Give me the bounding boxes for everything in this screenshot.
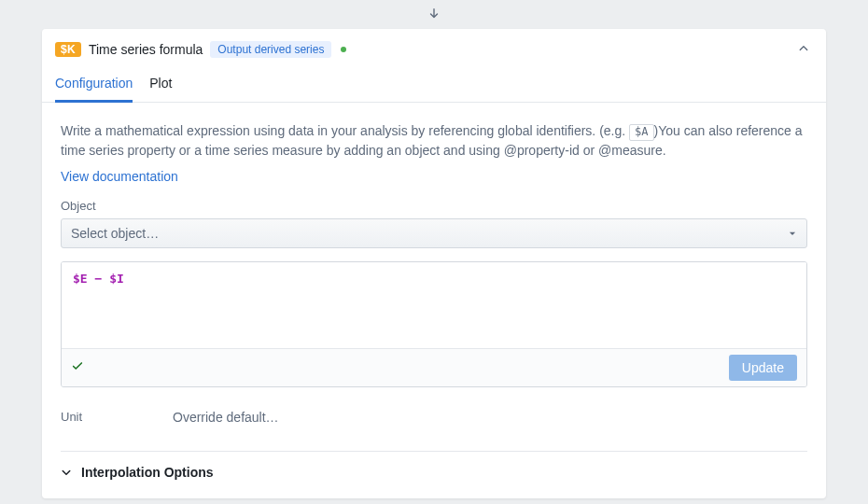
description-text: Write a mathematical expression using da…	[61, 121, 807, 160]
object-select[interactable]: Select object…	[61, 218, 807, 248]
status-dot-icon	[341, 47, 346, 52]
interpolation-options-toggle[interactable]: Interpolation Options	[42, 452, 826, 498]
derived-series-pill: Output derived series	[210, 41, 331, 58]
unit-label: Unit	[61, 410, 98, 424]
series-id-badge: $K	[55, 42, 81, 57]
caret-down-icon	[788, 226, 797, 241]
chevron-down-icon	[61, 467, 72, 478]
configuration-panel: Write a mathematical expression using da…	[42, 103, 826, 452]
tab-bar: Configuration Plot	[42, 66, 826, 103]
object-select-placeholder: Select object…	[71, 226, 159, 241]
object-field-label: Object	[61, 199, 807, 213]
check-icon	[71, 359, 84, 375]
unit-row: Unit Override default…	[61, 410, 807, 425]
card-header: $K Time series formula Output derived se…	[42, 29, 826, 66]
pill-label: Output derived series	[217, 43, 324, 56]
formula-card: $K Time series formula Output derived se…	[42, 29, 826, 498]
card-title: Time series formula	[89, 42, 203, 57]
formula-footer: Update	[62, 348, 806, 386]
arrow-down-icon	[427, 7, 441, 21]
update-button[interactable]: Update	[729, 355, 797, 381]
example-code-chip: $A	[629, 124, 653, 141]
tab-configuration[interactable]: Configuration	[55, 66, 133, 103]
formula-token-op: −	[94, 272, 102, 286]
tab-plot[interactable]: Plot	[149, 66, 172, 103]
description-part1: Write a mathematical expression using da…	[61, 123, 629, 138]
chevron-up-icon	[798, 43, 809, 54]
insert-above-arrow[interactable]	[0, 0, 868, 29]
interpolation-options-title: Interpolation Options	[81, 465, 214, 480]
collapse-button[interactable]	[794, 38, 813, 61]
formula-token-var: $E	[73, 272, 88, 286]
formula-textarea[interactable]: $E − $I	[62, 262, 806, 348]
formula-token-var: $I	[109, 272, 124, 286]
view-documentation-link[interactable]: View documentation	[61, 169, 178, 184]
unit-override-select[interactable]: Override default…	[173, 410, 279, 425]
formula-editor: $E − $I Update	[61, 261, 807, 387]
